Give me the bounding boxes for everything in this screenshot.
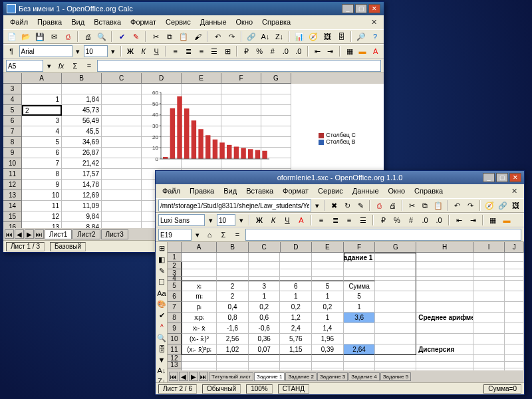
- cell[interactable]: 3,6: [344, 313, 376, 323]
- cell[interactable]: [312, 368, 344, 370]
- row-header[interactable]: 15: [3, 211, 22, 222]
- cell[interactable]: [473, 253, 505, 262]
- cell[interactable]: [142, 148, 182, 158]
- cell[interactable]: 2,56: [217, 334, 249, 344]
- cell[interactable]: 5,76: [280, 334, 312, 344]
- cellref-dropdown-icon[interactable]: ▾: [194, 229, 201, 241]
- cell[interactable]: [217, 253, 249, 262]
- cell[interactable]: [261, 126, 291, 137]
- column-header[interactable]: F: [221, 73, 261, 84]
- new-icon[interactable]: 📄: [6, 31, 18, 43]
- menu-item[interactable]: Формат: [126, 17, 160, 28]
- cell[interactable]: [261, 84, 291, 94]
- cell[interactable]: [473, 269, 505, 277]
- mail-icon[interactable]: ✉: [48, 31, 60, 43]
- help-icon[interactable]: ?: [369, 31, 381, 43]
- align-center-icon[interactable]: ≣: [329, 214, 341, 226]
- save-icon[interactable]: 💾: [34, 31, 46, 43]
- cell[interactable]: [375, 281, 416, 291]
- cell[interactable]: [182, 84, 221, 94]
- number-icon[interactable]: #: [267, 45, 278, 57]
- cell[interactable]: [221, 158, 261, 169]
- cell[interactable]: [249, 368, 281, 370]
- size-dropdown-icon[interactable]: ▾: [237, 214, 245, 226]
- cell[interactable]: 0,2: [249, 302, 281, 313]
- row-header[interactable]: 6: [168, 291, 182, 302]
- cell[interactable]: [182, 158, 221, 169]
- menu-item[interactable]: Справка: [258, 17, 295, 28]
- show-draw-icon[interactable]: ✎: [156, 266, 167, 276]
- cell[interactable]: [416, 269, 473, 277]
- tab-nav-first-icon[interactable]: ⏮: [169, 372, 178, 381]
- cell[interactable]: [280, 362, 312, 368]
- cell[interactable]: [416, 334, 473, 344]
- cell[interactable]: 14,78: [62, 180, 102, 190]
- sort-asc-icon[interactable]: A↓: [156, 366, 167, 375]
- cell[interactable]: [416, 291, 473, 302]
- sum-icon[interactable]: Σ: [217, 229, 229, 241]
- fontcolor-icon[interactable]: A: [295, 214, 307, 226]
- size-dropdown-icon[interactable]: ▾: [110, 45, 117, 57]
- sheet-tab[interactable]: Задание 4: [348, 372, 379, 381]
- cell[interactable]: 11: [22, 201, 62, 211]
- bold-icon[interactable]: Ж: [125, 45, 136, 57]
- cell[interactable]: 0,39: [312, 344, 344, 355]
- inc-decimal-icon[interactable]: .0: [419, 214, 431, 226]
- cell[interactable]: [416, 302, 473, 313]
- column-header[interactable]: G: [261, 73, 291, 84]
- cell[interactable]: 1: [280, 291, 312, 302]
- font-dropdown-icon[interactable]: ▾: [74, 45, 82, 57]
- cell[interactable]: [22, 84, 62, 94]
- cell[interactable]: [375, 334, 416, 344]
- row-header[interactable]: 9: [168, 323, 182, 334]
- number-icon[interactable]: #: [405, 214, 417, 226]
- cell[interactable]: [102, 148, 142, 158]
- chart-icon[interactable]: 📊: [293, 31, 305, 43]
- dec-decimal-icon[interactable]: .0: [433, 214, 445, 226]
- cell[interactable]: [217, 368, 249, 370]
- font-select[interactable]: [19, 45, 72, 57]
- inc-indent-icon[interactable]: ⇥: [467, 214, 479, 226]
- hscrollbar[interactable]: [412, 372, 523, 380]
- cell[interactable]: [505, 302, 524, 313]
- formula-input[interactable]: [245, 229, 521, 241]
- menu-item[interactable]: Вставка: [90, 17, 125, 28]
- cell[interactable]: [416, 323, 473, 334]
- pdf-icon[interactable]: ⎙: [374, 200, 385, 211]
- cell[interactable]: [102, 211, 142, 222]
- cell[interactable]: [142, 94, 182, 105]
- cell[interactable]: 34,69: [62, 137, 102, 148]
- path-input[interactable]: [158, 200, 311, 211]
- dec-indent-icon[interactable]: ⇤: [312, 45, 323, 57]
- cell[interactable]: [249, 262, 281, 269]
- cell[interactable]: [416, 355, 473, 362]
- menu-item[interactable]: Вид: [219, 186, 241, 197]
- copy-icon[interactable]: ⧉: [420, 200, 431, 211]
- border-icon[interactable]: ▦: [344, 45, 355, 57]
- column-header[interactable]: E: [182, 73, 221, 84]
- cell[interactable]: [182, 94, 221, 105]
- cell[interactable]: [249, 253, 281, 262]
- tab-nav-last-icon[interactable]: ⏭: [35, 229, 44, 239]
- select-all-corner[interactable]: [168, 242, 182, 253]
- menu-item[interactable]: Правка: [33, 17, 66, 28]
- cell[interactable]: 2: [217, 281, 249, 291]
- row-header[interactable]: 13: [168, 362, 182, 368]
- cell[interactable]: [102, 105, 142, 116]
- merge-icon[interactable]: ⊞: [222, 45, 233, 57]
- column-header[interactable]: A: [182, 242, 217, 253]
- paste-icon[interactable]: 📋: [178, 31, 190, 43]
- cell[interactable]: [182, 262, 217, 269]
- underline-icon[interactable]: Ч: [281, 214, 293, 226]
- cell[interactable]: [473, 362, 505, 368]
- cell[interactable]: (xᵢ- x̄)²: [182, 334, 217, 344]
- doc-close-icon[interactable]: ✕: [367, 17, 381, 28]
- align-right-icon[interactable]: ≡: [196, 45, 207, 57]
- sheet-tab[interactable]: Лист2: [72, 229, 100, 239]
- tab-nav-next-icon[interactable]: ▶: [189, 372, 198, 381]
- cell[interactable]: [182, 362, 217, 368]
- cell[interactable]: 7: [22, 158, 62, 169]
- tab-nav-prev-icon[interactable]: ◀: [179, 372, 188, 381]
- cell[interactable]: 17,57: [62, 169, 102, 180]
- cell[interactable]: 0,36: [249, 334, 281, 344]
